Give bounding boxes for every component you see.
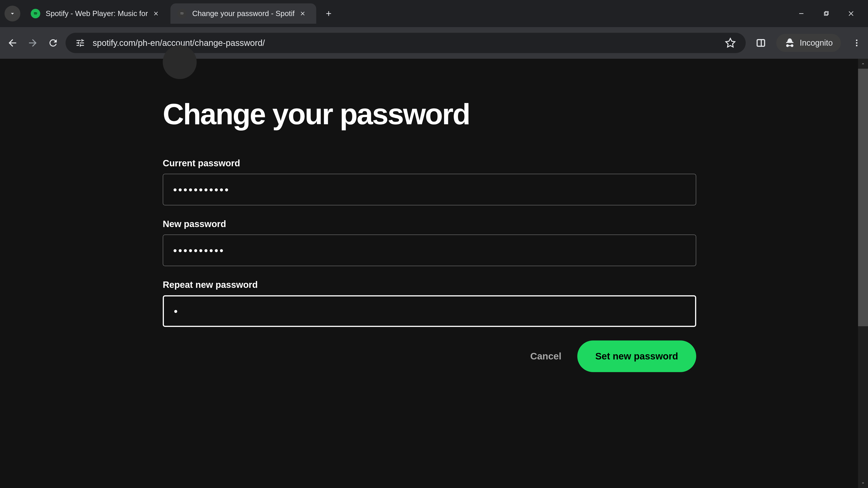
- page-title: Change your password: [163, 97, 858, 131]
- chevron-up-icon: [860, 61, 866, 66]
- profile-avatar[interactable]: [163, 59, 197, 79]
- repeat-password-group: Repeat new password: [163, 280, 858, 327]
- cancel-button[interactable]: Cancel: [530, 351, 561, 362]
- side-panel-button[interactable]: [755, 37, 767, 49]
- new-password-input[interactable]: [163, 234, 696, 266]
- scrollbar-thumb[interactable]: [858, 69, 868, 326]
- spotify-favicon-icon: [31, 9, 40, 18]
- minimize-icon: [798, 10, 805, 17]
- incognito-label: Incognito: [800, 38, 833, 48]
- window-controls: [796, 8, 864, 19]
- spotify-favicon-icon: [177, 9, 187, 18]
- maximize-icon: [823, 10, 829, 17]
- forward-button[interactable]: [25, 35, 41, 51]
- scrollbar-up-button[interactable]: [858, 59, 868, 69]
- arrow-right-icon: [27, 37, 38, 48]
- tab-close-button[interactable]: [151, 9, 160, 18]
- repeat-password-label: Repeat new password: [163, 280, 858, 290]
- browser-menu-button[interactable]: [850, 36, 864, 50]
- close-icon: [300, 10, 306, 17]
- scrollbar[interactable]: [858, 59, 868, 488]
- tab-change-password[interactable]: Change your password - Spotif: [170, 3, 316, 24]
- bookmark-button[interactable]: [724, 37, 737, 49]
- star-icon: [725, 37, 736, 48]
- more-vert-icon: [852, 38, 861, 47]
- tab-title: Spotify - Web Player: Music for: [46, 9, 148, 18]
- chevron-down-icon: [860, 480, 866, 486]
- set-new-password-button[interactable]: Set new password: [577, 340, 696, 372]
- tab-spotify-player[interactable]: Spotify - Web Player: Music for: [24, 3, 169, 24]
- current-password-group: Current password: [163, 158, 858, 205]
- close-window-button[interactable]: [845, 8, 857, 19]
- browser-toolbar: spotify.com/ph-en/account/change-passwor…: [0, 27, 868, 59]
- main-content: Change your password Current password Ne…: [0, 59, 858, 488]
- svg-point-7: [856, 39, 858, 41]
- tab-title: Change your password - Spotif: [192, 9, 294, 18]
- browser-titlebar: Spotify - Web Player: Music for Change y…: [0, 0, 868, 27]
- arrow-left-icon: [7, 37, 18, 48]
- maximize-button[interactable]: [820, 8, 832, 19]
- reload-icon: [48, 37, 59, 48]
- panel-icon: [756, 38, 766, 48]
- new-tab-button[interactable]: [321, 6, 337, 22]
- minimize-button[interactable]: [796, 8, 807, 19]
- new-password-group: New password: [163, 219, 858, 266]
- close-icon: [847, 10, 855, 17]
- back-button[interactable]: [4, 35, 20, 51]
- site-settings-button[interactable]: [74, 37, 86, 48]
- svg-rect-2: [825, 11, 828, 15]
- svg-rect-1: [825, 12, 828, 15]
- new-password-label: New password: [163, 219, 858, 229]
- svg-point-9: [856, 45, 858, 46]
- tab-close-button[interactable]: [298, 9, 307, 18]
- incognito-icon: [784, 37, 795, 48]
- close-icon: [153, 10, 159, 17]
- repeat-password-input[interactable]: [163, 295, 696, 327]
- current-password-label: Current password: [163, 158, 858, 168]
- scrollbar-down-button[interactable]: [858, 478, 868, 488]
- reload-button[interactable]: [45, 35, 61, 51]
- search-tabs-button[interactable]: [4, 6, 20, 22]
- tune-icon: [75, 38, 85, 48]
- page-body: Change your password Current password Ne…: [0, 59, 868, 488]
- svg-point-8: [856, 42, 858, 44]
- plus-icon: [324, 9, 333, 18]
- chevron-down-icon: [9, 10, 16, 17]
- form-actions: Cancel Set new password: [163, 340, 696, 372]
- current-password-input[interactable]: [163, 174, 696, 205]
- url-text: spotify.com/ph-en/account/change-passwor…: [93, 38, 717, 48]
- incognito-indicator[interactable]: Incognito: [776, 34, 841, 52]
